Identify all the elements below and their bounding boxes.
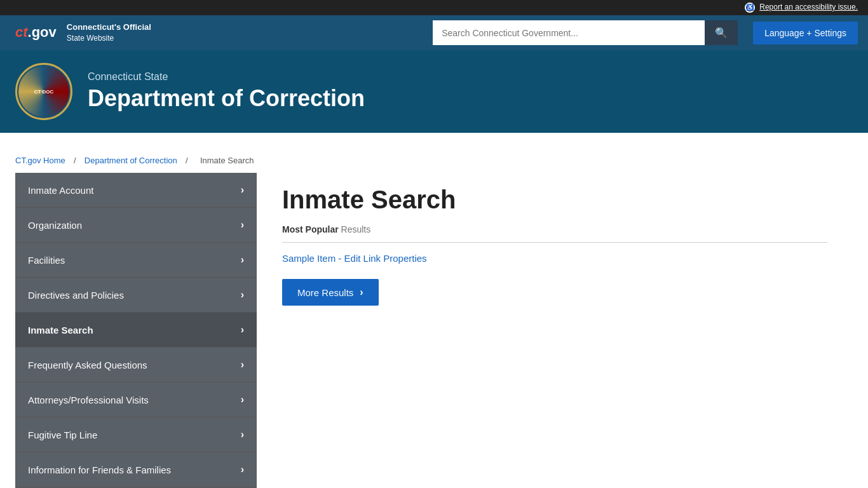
chevron-icon-inmate-account: › bbox=[241, 184, 244, 196]
main-content: Inmate Account › Organization › Faciliti… bbox=[0, 173, 868, 488]
search-icon: 🔍 bbox=[715, 27, 728, 38]
sidebar-item-attorneys[interactable]: Attorneys/Professional Visits › bbox=[15, 383, 257, 417]
official-site-text: Connecticut's Official State Website bbox=[67, 22, 151, 44]
sidebar-label-facilities: Facilities bbox=[28, 255, 65, 266]
sidebar-item-inmate-search[interactable]: Inmate Search › bbox=[15, 313, 257, 348]
chevron-icon-info-friends: › bbox=[241, 464, 244, 475]
sidebar-label-fugitive: Fugitive Tip Line bbox=[28, 430, 97, 440]
more-results-button[interactable]: More Results › bbox=[282, 279, 379, 306]
sidebar-item-organization[interactable]: Organization › bbox=[15, 208, 257, 243]
ct-gov-logo: ct.gov bbox=[10, 22, 62, 43]
search-container: 🔍 bbox=[433, 20, 738, 45]
sidebar-label-attorneys: Attorneys/Professional Visits bbox=[28, 395, 149, 405]
breadcrumb-sep-1: / bbox=[71, 156, 78, 165]
dept-subtitle: Connecticut State bbox=[88, 71, 365, 83]
sidebar: Inmate Account › Organization › Faciliti… bbox=[15, 173, 257, 488]
sidebar-item-directives-policies[interactable]: Directives and Policies › bbox=[15, 278, 257, 313]
breadcrumb-current: Inmate Search bbox=[200, 156, 254, 165]
more-results-label: More Results bbox=[297, 287, 353, 298]
chevron-icon-inmate-search: › bbox=[241, 324, 244, 336]
sample-link[interactable]: Sample Item - Edit Link Properties bbox=[282, 253, 827, 264]
breadcrumb-sep-2: / bbox=[183, 156, 190, 165]
logo-ct-text: ct bbox=[15, 24, 28, 40]
search-button[interactable]: 🔍 bbox=[705, 20, 738, 45]
chevron-icon-faq: › bbox=[241, 359, 244, 370]
breadcrumb: CT.gov Home / Department of Correction /… bbox=[0, 148, 868, 173]
sidebar-item-info-friends[interactable]: Information for Friends & Families › bbox=[15, 452, 257, 487]
sidebar-item-faq[interactable]: Frequently Asked Questions › bbox=[15, 348, 257, 383]
chevron-icon-fugitive: › bbox=[241, 429, 244, 440]
sidebar-label-directives-policies: Directives and Policies bbox=[28, 290, 124, 301]
seal-inner: CT DOC bbox=[18, 66, 69, 117]
dept-title-block: Connecticut State Department of Correcti… bbox=[88, 71, 365, 112]
sidebar-label-faq: Frequently Asked Questions bbox=[28, 360, 147, 370]
sidebar-label-info-friends: Information for Friends & Families bbox=[28, 464, 171, 475]
sidebar-item-inmate-account[interactable]: Inmate Account › bbox=[15, 173, 257, 208]
ct-gov-logo-link[interactable]: ct.gov Connecticut's Official State Webs… bbox=[10, 22, 151, 44]
accessibility-link[interactable]: Report an accessibility issue. bbox=[759, 3, 858, 11]
accessibility-bar: ♿ Report an accessibility issue. bbox=[0, 0, 868, 15]
dept-main-title: Department of Correction bbox=[88, 85, 365, 112]
breadcrumb-home[interactable]: CT.gov Home bbox=[15, 156, 65, 165]
chevron-icon-organization: › bbox=[241, 219, 244, 231]
top-nav: ct.gov Connecticut's Official State Webs… bbox=[0, 15, 868, 50]
white-gap bbox=[0, 133, 868, 148]
accessibility-icon: ♿ bbox=[745, 3, 755, 13]
page-title: Inmate Search bbox=[282, 186, 827, 214]
breadcrumb-dept[interactable]: Department of Correction bbox=[85, 156, 177, 165]
most-popular-bold: Most Popular bbox=[282, 224, 339, 234]
most-popular-plain: Results bbox=[341, 224, 371, 234]
language-settings-button[interactable]: Language + Settings bbox=[753, 22, 858, 44]
dept-header: CT DOC Connecticut State Department of C… bbox=[0, 50, 868, 133]
chevron-icon-directives-policies: › bbox=[241, 289, 244, 301]
search-input[interactable] bbox=[433, 20, 705, 45]
content-divider bbox=[282, 242, 827, 243]
logo-gov-text: .gov bbox=[28, 24, 57, 40]
sidebar-label-organization: Organization bbox=[28, 220, 82, 231]
dept-seal: CT DOC bbox=[15, 63, 72, 120]
sidebar-label-inmate-search: Inmate Search bbox=[28, 325, 93, 336]
chevron-icon-attorneys: › bbox=[241, 394, 244, 405]
more-results-chevron-icon: › bbox=[360, 287, 363, 298]
sidebar-item-fugitive[interactable]: Fugitive Tip Line › bbox=[15, 417, 257, 452]
sidebar-label-inmate-account: Inmate Account bbox=[28, 185, 93, 196]
most-popular-label: Most Popular Results bbox=[282, 224, 827, 234]
sidebar-item-facilities[interactable]: Facilities › bbox=[15, 243, 257, 278]
content-area: Inmate Search Most Popular Results Sampl… bbox=[257, 173, 853, 488]
chevron-icon-facilities: › bbox=[241, 254, 244, 266]
